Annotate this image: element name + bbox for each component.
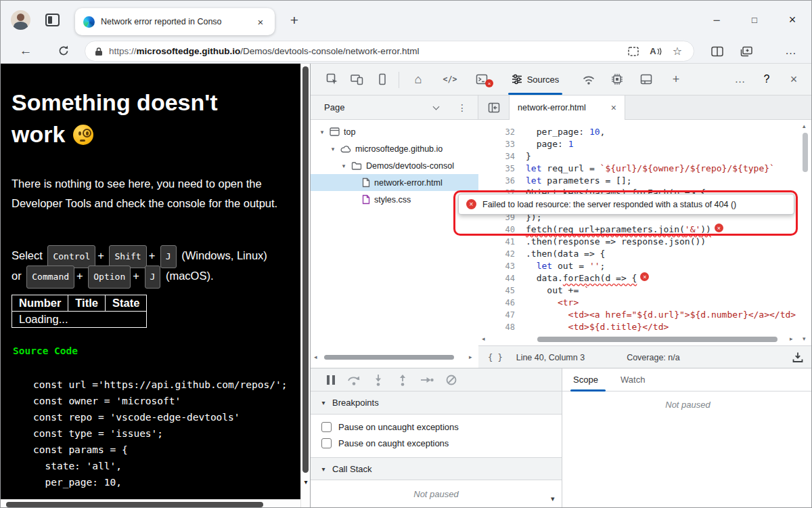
split-screen-icon[interactable] [706, 41, 728, 62]
line-number[interactable]: 41 [478, 236, 526, 248]
line-number[interactable]: 35 [478, 163, 526, 175]
expander-icon[interactable]: ▾ [319, 129, 325, 135]
page-vertical-scrollbar[interactable]: ▾ [300, 64, 310, 508]
browser-menu-icon[interactable]: … [779, 41, 803, 61]
maximize-button[interactable]: □ [739, 7, 770, 33]
line-number[interactable]: 42 [478, 248, 526, 260]
pause-uncaught-checkbox[interactable] [321, 422, 332, 432]
step-icon[interactable] [419, 374, 435, 386]
deactivate-breakpoints-icon[interactable] [443, 374, 459, 386]
step-into-icon[interactable] [370, 373, 386, 386]
scroll-down-arrow-icon[interactable]: ▾ [803, 335, 806, 342]
devtools-menu-icon[interactable]: … [729, 68, 751, 90]
line-number[interactable]: 45 [478, 284, 526, 297]
line-number[interactable]: 43 [478, 260, 526, 272]
code-editor[interactable]: 32 per_page: 10, 33 page: 1 34} 35let re… [478, 120, 812, 345]
collections-icon[interactable] [736, 41, 757, 62]
editor-tab[interactable]: network-error.html × [509, 96, 625, 120]
section-expander-icon[interactable]: ▾ [320, 399, 327, 406]
expander-icon[interactable]: ▾ [330, 146, 336, 152]
page-vscroll-thumb[interactable] [302, 66, 309, 473]
device-emulation-icon[interactable] [346, 68, 367, 90]
line-number[interactable]: 47 [478, 309, 526, 321]
back-button[interactable]: ← [16, 41, 36, 61]
browser-tab[interactable]: Network error reported in Conso × [75, 8, 275, 35]
line-number[interactable]: 46 [478, 297, 526, 309]
download-tray-icon[interactable] [792, 352, 804, 363]
page-dropdown[interactable]: Page [324, 102, 344, 112]
chevron-down-icon[interactable] [433, 104, 440, 110]
web-capture-icon[interactable] [626, 44, 641, 59]
tab-performance-icon[interactable] [606, 68, 628, 90]
pause-caught-row[interactable]: Pause on caught exceptions [311, 435, 562, 451]
new-tab-button[interactable]: + [284, 9, 305, 31]
inline-error-icon[interactable]: × [715, 224, 723, 232]
key-j2: J [145, 266, 161, 289]
read-aloud-icon[interactable]: A [647, 44, 664, 59]
pretty-print-icon[interactable]: { } [488, 353, 503, 362]
expander-icon[interactable]: ▾ [340, 163, 347, 169]
address-bar[interactable]: https://microsoftedge.github.io/Demos/de… [85, 41, 694, 62]
tab-elements-icon[interactable]: </> [439, 68, 461, 90]
inspect-element-icon[interactable] [321, 68, 343, 90]
window-close-button[interactable]: × [777, 7, 808, 33]
editor-tab-close-icon[interactable]: × [611, 102, 616, 113]
screencast-icon[interactable] [371, 68, 393, 90]
scroll-right-arrow-icon[interactable]: ▸ [790, 335, 793, 342]
tab-application-icon[interactable] [635, 68, 657, 90]
scroll-up-arrow-icon[interactable]: ▴ [803, 123, 806, 129]
pause-uncaught-row[interactable]: Pause on uncaught exceptions [311, 419, 562, 435]
line-number[interactable]: 48 [478, 321, 526, 333]
refresh-button[interactable] [53, 41, 74, 61]
tree-item-styles-css[interactable]: styles.css [311, 191, 478, 208]
tab-scope[interactable]: Scope [573, 375, 598, 385]
favorites-star-icon[interactable]: ☆ [671, 44, 684, 59]
tab-welcome-home-icon[interactable]: ⌂ [407, 68, 429, 90]
tree-item-domain[interactable]: ▾ microsoftedge.github.io [311, 140, 478, 157]
pause-caught-checkbox[interactable] [321, 438, 332, 448]
line-number[interactable]: 40 [478, 224, 526, 236]
debugger-scroll-down-icon[interactable]: ▾ [551, 494, 555, 503]
scroll-right-arrow-icon[interactable]: ▸ [469, 354, 472, 360]
tree-item-folder[interactable]: ▾ Demos/devtools-consol [311, 157, 478, 174]
toggle-navigator-icon[interactable] [485, 100, 503, 116]
tab-watch[interactable]: Watch [621, 375, 645, 385]
scroll-left-arrow-icon[interactable]: ◂ [482, 335, 485, 342]
editor-hscrollbar[interactable]: ◂ ▸ [478, 334, 800, 344]
breakpoints-section-header[interactable]: ▾ Breakpoints [311, 391, 562, 415]
url-text[interactable]: https://microsoftedge.github.io/Demos/de… [109, 46, 620, 56]
line-number[interactable]: 33 [478, 138, 526, 150]
lock-icon[interactable] [95, 47, 103, 56]
tree-hscroll-thumb[interactable] [324, 355, 454, 360]
tab-close-icon[interactable]: × [254, 16, 267, 28]
line-number[interactable]: 32 [478, 126, 526, 138]
tree-item-network-error-html[interactable]: network-error.html [311, 174, 478, 191]
scroll-left-arrow-icon[interactable]: ◂ [314, 354, 317, 360]
devtools-close-icon[interactable]: × [783, 68, 805, 90]
editor-hscroll-thumb[interactable] [537, 337, 777, 342]
pause-script-icon[interactable] [323, 374, 339, 386]
line-number[interactable]: 36 [478, 175, 526, 187]
page-horizontal-scrollbar[interactable] [1, 499, 300, 508]
tree-item-top[interactable]: ▾ top [311, 123, 478, 140]
tab-network-icon[interactable] [578, 68, 600, 90]
workspaces-icon[interactable] [45, 14, 60, 26]
section-expander-icon[interactable]: ▾ [320, 465, 327, 473]
devtools-help-icon[interactable]: ? [756, 68, 777, 90]
editor-vscroll-thumb[interactable] [803, 133, 808, 172]
tab-sources[interactable]: Sources [507, 68, 564, 90]
navigator-more-icon[interactable]: ⋮ [455, 101, 469, 114]
callstack-section-header[interactable]: ▾ Call Stack [311, 457, 562, 480]
step-over-icon[interactable] [346, 374, 362, 386]
step-out-icon[interactable] [394, 373, 411, 386]
more-tabs-button[interactable]: + [665, 68, 687, 90]
scroll-down-arrow-icon[interactable]: ▾ [301, 477, 311, 486]
editor-vscrollbar[interactable]: ▴ ▾ [800, 120, 811, 345]
line-number[interactable]: 44 [478, 272, 526, 284]
minimize-button[interactable]: ─ [701, 7, 732, 33]
tree-hscrollbar[interactable]: ◂ ▸ [312, 353, 477, 362]
page-hscroll-thumb[interactable] [6, 502, 263, 507]
line-number[interactable]: 34 [478, 150, 526, 163]
profile-avatar[interactable] [11, 10, 30, 30]
inline-error-icon[interactable]: × [640, 272, 649, 281]
